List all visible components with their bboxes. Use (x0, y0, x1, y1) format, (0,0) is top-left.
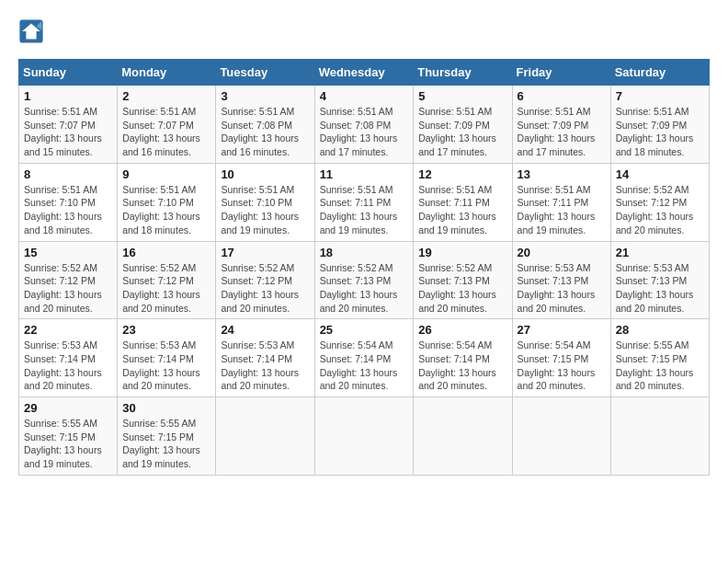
calendar-week-row: 8Sunrise: 5:51 AM Sunset: 7:10 PM Daylig… (19, 163, 710, 241)
day-number: 22 (24, 323, 112, 337)
day-info: Sunrise: 5:54 AM Sunset: 7:14 PM Dayligh… (320, 339, 409, 393)
calendar-cell: 13Sunrise: 5:51 AM Sunset: 7:11 PM Dayli… (512, 163, 610, 241)
day-info: Sunrise: 5:53 AM Sunset: 7:14 PM Dayligh… (122, 339, 210, 393)
day-number: 26 (418, 323, 506, 337)
day-info: Sunrise: 5:51 AM Sunset: 7:09 PM Dayligh… (616, 105, 704, 159)
day-number: 9 (122, 167, 210, 181)
weekday-header-monday: Monday (118, 60, 216, 86)
calendar-cell: 22Sunrise: 5:53 AM Sunset: 7:14 PM Dayli… (19, 319, 118, 397)
calendar-cell: 10Sunrise: 5:51 AM Sunset: 7:10 PM Dayli… (216, 163, 314, 241)
day-number: 28 (616, 323, 704, 337)
day-number: 23 (122, 323, 210, 337)
day-number: 1 (24, 89, 112, 103)
calendar-cell (610, 397, 709, 476)
day-number: 29 (24, 401, 112, 415)
day-info: Sunrise: 5:52 AM Sunset: 7:13 PM Dayligh… (320, 261, 409, 316)
day-number: 19 (418, 246, 506, 259)
day-info: Sunrise: 5:55 AM Sunset: 7:15 PM Dayligh… (24, 417, 112, 471)
calendar-cell: 19Sunrise: 5:52 AM Sunset: 7:13 PM Dayli… (414, 241, 512, 319)
day-number: 25 (320, 323, 409, 337)
day-info: Sunrise: 5:51 AM Sunset: 7:11 PM Dayligh… (418, 183, 506, 237)
day-number: 4 (320, 89, 409, 103)
day-info: Sunrise: 5:51 AM Sunset: 7:08 PM Dayligh… (221, 105, 309, 159)
calendar-cell: 6Sunrise: 5:51 AM Sunset: 7:09 PM Daylig… (512, 86, 610, 164)
calendar-cell: 24Sunrise: 5:53 AM Sunset: 7:14 PM Dayli… (216, 319, 314, 397)
logo-icon (18, 18, 44, 44)
calendar-cell: 12Sunrise: 5:51 AM Sunset: 7:11 PM Dayli… (414, 163, 512, 241)
calendar-week-row: 1Sunrise: 5:51 AM Sunset: 7:07 PM Daylig… (19, 86, 710, 164)
calendar-cell (414, 397, 512, 476)
day-number: 3 (221, 89, 309, 103)
day-number: 21 (616, 246, 704, 259)
calendar-cell: 8Sunrise: 5:51 AM Sunset: 7:10 PM Daylig… (19, 163, 118, 241)
calendar-cell: 30Sunrise: 5:55 AM Sunset: 7:15 PM Dayli… (118, 397, 216, 476)
calendar-cell: 21Sunrise: 5:53 AM Sunset: 7:13 PM Dayli… (610, 241, 709, 319)
day-info: Sunrise: 5:52 AM Sunset: 7:12 PM Dayligh… (122, 261, 210, 316)
day-info: Sunrise: 5:51 AM Sunset: 7:07 PM Dayligh… (122, 105, 210, 159)
calendar-cell (314, 397, 414, 476)
weekday-header-tuesday: Tuesday (216, 60, 314, 86)
weekday-header-friday: Friday (512, 60, 610, 86)
calendar-cell: 18Sunrise: 5:52 AM Sunset: 7:13 PM Dayli… (314, 241, 414, 319)
day-info: Sunrise: 5:51 AM Sunset: 7:10 PM Dayligh… (24, 183, 112, 237)
day-number: 30 (122, 401, 210, 415)
day-info: Sunrise: 5:51 AM Sunset: 7:10 PM Dayligh… (122, 183, 210, 237)
weekday-header-saturday: Saturday (610, 60, 709, 86)
day-number: 12 (418, 167, 506, 181)
weekday-header-thursday: Thursday (414, 60, 512, 86)
calendar-cell: 25Sunrise: 5:54 AM Sunset: 7:14 PM Dayli… (314, 319, 414, 397)
day-info: Sunrise: 5:52 AM Sunset: 7:13 PM Dayligh… (418, 261, 506, 316)
day-info: Sunrise: 5:55 AM Sunset: 7:15 PM Dayligh… (616, 339, 704, 393)
calendar-cell: 7Sunrise: 5:51 AM Sunset: 7:09 PM Daylig… (610, 86, 709, 164)
day-number: 5 (418, 89, 506, 103)
day-number: 10 (221, 167, 309, 181)
day-number: 16 (122, 246, 210, 259)
day-info: Sunrise: 5:54 AM Sunset: 7:14 PM Dayligh… (418, 339, 506, 393)
day-number: 18 (320, 246, 409, 259)
day-info: Sunrise: 5:51 AM Sunset: 7:11 PM Dayligh… (518, 183, 606, 237)
day-info: Sunrise: 5:52 AM Sunset: 7:12 PM Dayligh… (616, 183, 704, 237)
day-info: Sunrise: 5:52 AM Sunset: 7:12 PM Dayligh… (24, 261, 112, 316)
calendar-week-row: 22Sunrise: 5:53 AM Sunset: 7:14 PM Dayli… (19, 319, 710, 397)
day-number: 24 (221, 323, 309, 337)
day-info: Sunrise: 5:51 AM Sunset: 7:09 PM Dayligh… (518, 105, 606, 159)
day-info: Sunrise: 5:51 AM Sunset: 7:10 PM Dayligh… (221, 183, 309, 237)
calendar-table: SundayMondayTuesdayWednesdayThursdayFrid… (18, 59, 710, 476)
day-number: 13 (518, 167, 606, 181)
weekday-header-wednesday: Wednesday (314, 60, 414, 86)
page-header (18, 18, 710, 44)
day-info: Sunrise: 5:53 AM Sunset: 7:13 PM Dayligh… (616, 261, 704, 316)
calendar-cell: 20Sunrise: 5:53 AM Sunset: 7:13 PM Dayli… (512, 241, 610, 319)
day-info: Sunrise: 5:51 AM Sunset: 7:07 PM Dayligh… (24, 105, 112, 159)
logo (18, 18, 48, 44)
calendar-cell: 17Sunrise: 5:52 AM Sunset: 7:12 PM Dayli… (216, 241, 314, 319)
calendar-cell: 14Sunrise: 5:52 AM Sunset: 7:12 PM Dayli… (610, 163, 709, 241)
day-info: Sunrise: 5:51 AM Sunset: 7:09 PM Dayligh… (418, 105, 506, 159)
day-info: Sunrise: 5:53 AM Sunset: 7:14 PM Dayligh… (24, 339, 112, 393)
day-number: 15 (24, 246, 112, 259)
day-number: 11 (320, 167, 409, 181)
calendar-cell: 15Sunrise: 5:52 AM Sunset: 7:12 PM Dayli… (19, 241, 118, 319)
day-number: 6 (518, 89, 606, 103)
calendar-cell: 16Sunrise: 5:52 AM Sunset: 7:12 PM Dayli… (118, 241, 216, 319)
day-info: Sunrise: 5:55 AM Sunset: 7:15 PM Dayligh… (122, 417, 210, 471)
day-info: Sunrise: 5:51 AM Sunset: 7:08 PM Dayligh… (320, 105, 409, 159)
calendar-cell: 1Sunrise: 5:51 AM Sunset: 7:07 PM Daylig… (19, 86, 118, 164)
day-info: Sunrise: 5:53 AM Sunset: 7:13 PM Dayligh… (518, 261, 606, 316)
calendar-cell: 5Sunrise: 5:51 AM Sunset: 7:09 PM Daylig… (414, 86, 512, 164)
calendar-week-row: 15Sunrise: 5:52 AM Sunset: 7:12 PM Dayli… (19, 241, 710, 319)
calendar-cell: 23Sunrise: 5:53 AM Sunset: 7:14 PM Dayli… (118, 319, 216, 397)
calendar-cell: 11Sunrise: 5:51 AM Sunset: 7:11 PM Dayli… (314, 163, 414, 241)
day-number: 14 (616, 167, 704, 181)
day-number: 8 (24, 167, 112, 181)
calendar-cell: 3Sunrise: 5:51 AM Sunset: 7:08 PM Daylig… (216, 86, 314, 164)
calendar-cell: 29Sunrise: 5:55 AM Sunset: 7:15 PM Dayli… (19, 397, 118, 476)
day-info: Sunrise: 5:51 AM Sunset: 7:11 PM Dayligh… (320, 183, 409, 237)
day-info: Sunrise: 5:53 AM Sunset: 7:14 PM Dayligh… (221, 339, 309, 393)
calendar-cell: 9Sunrise: 5:51 AM Sunset: 7:10 PM Daylig… (118, 163, 216, 241)
calendar-cell: 27Sunrise: 5:54 AM Sunset: 7:15 PM Dayli… (512, 319, 610, 397)
calendar-cell: 28Sunrise: 5:55 AM Sunset: 7:15 PM Dayli… (610, 319, 709, 397)
calendar-cell (216, 397, 314, 476)
day-number: 7 (616, 89, 704, 103)
day-number: 2 (122, 89, 210, 103)
